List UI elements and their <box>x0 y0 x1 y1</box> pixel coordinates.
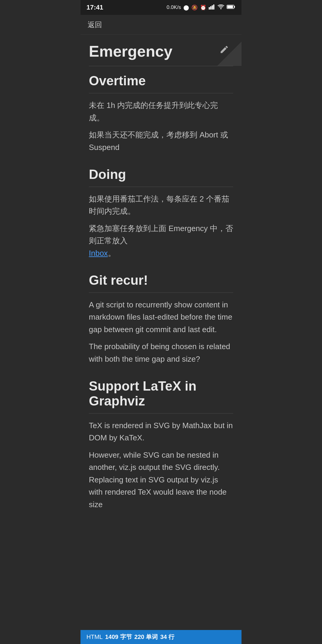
back-button[interactable]: 返回 <box>88 21 102 29</box>
main-content: Emergency Overtime 未在 1h 内完成的任务提升到此专心完成。… <box>80 35 242 517</box>
latex-para-1: TeX is rendered in SVG by MathJax but in… <box>89 419 233 444</box>
page-title: Emergency <box>89 43 233 60</box>
svg-rect-3 <box>213 4 214 10</box>
section-heading-doing: Doing <box>89 160 233 187</box>
git-recur-para-1: A git script to recurrently show content… <box>89 299 233 336</box>
mute-icon: 🔕 <box>191 4 198 11</box>
wifi-icon <box>218 4 224 11</box>
latex-para-2: However, while SVG can be nested in anot… <box>89 449 233 511</box>
git-recur-body: A git script to recurrently show content… <box>89 293 233 371</box>
doing-para-2: 紧急加塞任务放到上面 Emergency 中，否则正常放入 Inbox。 <box>89 222 233 260</box>
edit-button[interactable] <box>218 43 231 56</box>
status-time: 17:41 <box>86 4 103 11</box>
status-bar: 17:41 0.0K/s ⬤ 🔕 ⏰ <box>80 0 242 15</box>
signal-icon <box>209 4 215 11</box>
nav-bar: 返回 <box>80 15 242 35</box>
battery-icon <box>227 4 236 11</box>
title-area: Emergency <box>89 35 233 66</box>
inbox-link[interactable]: Inbox <box>89 249 108 258</box>
overtime-body: 未在 1h 内完成的任务提升到此专心完成。 如果当天还不能完成，考虑移到 Abo… <box>89 93 233 160</box>
section-heading-latex: Support LaTeX in Graphviz <box>89 371 233 413</box>
doing-para-1: 如果使用番茄工作法，每条应在 2 个番茄时间内完成。 <box>89 193 233 218</box>
status-icons: 0.0K/s ⬤ 🔕 ⏰ <box>167 4 236 11</box>
git-recur-para-2: The probability of being chosen is relat… <box>89 340 233 365</box>
overtime-para-1: 未在 1h 内完成的任务提升到此专心完成。 <box>89 99 233 124</box>
svg-rect-7 <box>227 5 233 8</box>
svg-rect-2 <box>212 5 213 10</box>
alarm-icon: ⏰ <box>200 4 206 11</box>
svg-rect-1 <box>210 6 211 10</box>
doing-body: 如果使用番茄工作法，每条应在 2 个番茄时间内完成。 紧急加塞任务放到上面 Em… <box>89 187 233 266</box>
svg-point-4 <box>220 8 222 9</box>
svg-rect-6 <box>234 6 235 8</box>
bluetooth-icon: ⬤ <box>183 4 189 11</box>
section-heading-git-recur: Git recur! <box>89 266 233 292</box>
overtime-para-2: 如果当天还不能完成，考虑移到 Abort 或 Suspend <box>89 129 233 154</box>
section-heading-overtime: Overtime <box>89 66 233 93</box>
latex-body: TeX is rendered in SVG by MathJax but in… <box>89 414 233 517</box>
network-speed: 0.0K/s <box>167 4 181 10</box>
svg-rect-0 <box>209 7 210 10</box>
